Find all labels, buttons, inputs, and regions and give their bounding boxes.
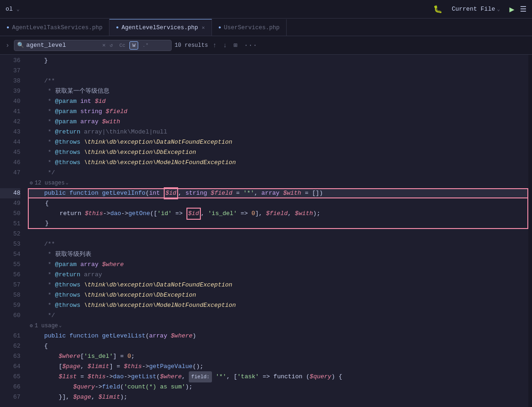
dotall-button[interactable]: .* xyxy=(140,42,151,49)
next-result-button[interactable]: ↓ xyxy=(221,41,229,50)
code-line-51: } xyxy=(28,219,528,229)
line-num-55: 55 xyxy=(0,260,20,270)
field-tooltip: field: xyxy=(189,371,212,382)
code-line-39: * 获取某一个等级信息 xyxy=(28,86,528,96)
line-num-54: 54 xyxy=(0,249,20,260)
tab-agent-level-services[interactable]: ● AgentLevelServices.php ✕ xyxy=(109,19,212,36)
tab-user-services[interactable]: ● UserServices.php xyxy=(212,19,287,36)
filter-button[interactable]: ⊞ xyxy=(231,40,239,50)
usages-count-61: 1 usage xyxy=(35,321,58,331)
line-num-64: 64 xyxy=(0,362,20,372)
line-num-62: 62 xyxy=(0,341,20,351)
debug-icon[interactable]: 🐛 xyxy=(433,5,442,14)
code-line-49: { xyxy=(28,198,528,209)
line-num-61: 61 xyxy=(0,331,20,341)
code-line-42: * @param array $with xyxy=(28,117,528,127)
scrollbar[interactable] xyxy=(528,55,532,407)
search-bar: › 🔍 ✕ ↺ Cc W .* 10 results ↑ ↓ ⊞ ··· xyxy=(0,36,532,55)
tab-label-3: UserServices.php xyxy=(224,25,280,31)
run-button[interactable]: ▶ xyxy=(509,4,514,14)
menu-label[interactable]: ol xyxy=(6,6,13,13)
code-line-44: * @throws \think\db\exception\DataNotFou… xyxy=(28,137,528,147)
code-line-41: * @param string $field xyxy=(28,107,528,117)
code-line-59: * @throws \think\db\exception\ModelNotFo… xyxy=(28,300,528,311)
current-file-button[interactable]: Current File ⌄ xyxy=(448,4,504,14)
usages-row-48[interactable]: ⚙ 12 usages ⌄ xyxy=(28,178,528,188)
chevron-down-icon: ⌄ xyxy=(497,6,500,12)
line-num-45: 45 xyxy=(0,147,20,158)
line-num-43: 43 xyxy=(0,127,20,137)
line-num-49: 49 xyxy=(0,198,20,209)
tab-icon-3: ● xyxy=(218,25,221,30)
code-line-66: $query->field('count(*) as sum'); xyxy=(28,382,528,392)
line-num-usages-61 xyxy=(0,321,20,331)
line-num-65: 65 xyxy=(0,372,20,382)
code-line-63: $where['is_del'] = 0; xyxy=(28,351,528,362)
code-line-46: * @throws \think\db\exception\ModelNotFo… xyxy=(28,158,528,168)
code-line-40: * @param int $id xyxy=(28,96,528,107)
code-line-61: public function getLevelList(array $wher… xyxy=(28,331,528,341)
code-line-52 xyxy=(28,229,528,239)
search-clear-button[interactable]: ✕ xyxy=(102,42,105,49)
code-line-50: return $this->dao->getOne(['id' => $id, … xyxy=(28,209,528,219)
line-num-66: 66 xyxy=(0,382,20,392)
search-input[interactable] xyxy=(26,42,100,49)
prev-result-button[interactable]: ↑ xyxy=(211,41,218,50)
code-line-38: /** xyxy=(28,76,528,86)
code-line-37 xyxy=(28,66,528,76)
code-line-56: * @return array xyxy=(28,270,528,280)
line-num-57: 57 xyxy=(0,280,20,290)
chevron-usages-icon: ⌄ xyxy=(65,178,68,188)
code-line-45: * @throws \think\db\exception\DbExceptio… xyxy=(28,147,528,158)
code-line-65: $list = $this->dao->getList($where, fiel… xyxy=(28,372,528,382)
more-options-button[interactable]: ··· xyxy=(242,40,259,51)
editor-area: 36 37 38 39 40 41 42 43 44 45 46 47 48 4… xyxy=(0,55,532,407)
tabs-bar: ● AgentLevelTaskServices.php ● AgentLeve… xyxy=(0,19,532,36)
line-num-41: 41 xyxy=(0,107,20,117)
code-line-57: * @throws \think\db\exception\DataNotFou… xyxy=(28,280,528,290)
usages-row-61[interactable]: ⚙ 1 usage ⌄ xyxy=(28,321,528,331)
line-num-60: 60 xyxy=(0,311,20,321)
usages-count-48: 12 usages xyxy=(35,178,65,188)
line-num-50: 50 xyxy=(0,209,20,219)
search-icon: 🔍 xyxy=(17,42,24,49)
line-numbers: 36 37 38 39 40 41 42 43 44 45 46 47 48 4… xyxy=(0,55,24,407)
code-line-58: * @throws \think\db\exception\DbExceptio… xyxy=(28,290,528,300)
line-num-46: 46 xyxy=(0,158,20,168)
tab-close-button[interactable]: ✕ xyxy=(202,25,205,31)
code-line-55: * @param array $where xyxy=(28,260,528,270)
hamburger-menu-icon[interactable]: ☰ xyxy=(520,5,526,14)
code-line-67: }], $page, $limit); xyxy=(28,392,528,402)
tab-icon-active: ● xyxy=(116,25,119,30)
line-num-63: 63 xyxy=(0,351,20,362)
chevron-usages-icon-61: ⌄ xyxy=(59,321,62,331)
chevron-menu-icon: ⌄ xyxy=(17,6,20,12)
results-count: 10 results xyxy=(174,42,208,49)
code-line-54: * 获取等级列表 xyxy=(28,249,528,260)
line-num-44: 44 xyxy=(0,137,20,147)
line-num-37: 37 xyxy=(0,66,20,76)
line-num-53: 53 xyxy=(0,239,20,249)
case-sensitive-button[interactable]: Cc xyxy=(117,42,128,49)
top-bar: ol ⌄ 🐛 Current File ⌄ ▶ ☰ xyxy=(0,0,532,19)
line-num-59: 59 xyxy=(0,300,20,311)
tab-agent-level-task-services[interactable]: ● AgentLevelTaskServices.php xyxy=(0,19,109,36)
line-num-36: 36 xyxy=(0,56,20,66)
line-num-47: 47 xyxy=(0,168,20,178)
tab-icon: ● xyxy=(6,25,9,30)
line-num-52: 52 xyxy=(0,229,20,239)
code-line-62: { xyxy=(28,341,528,351)
collapse-toggle[interactable]: › xyxy=(4,41,11,50)
code-line-60: */ xyxy=(28,311,528,321)
gear-icon-61: ⚙ xyxy=(30,321,33,331)
regex-toggle-button[interactable]: ↺ xyxy=(108,41,115,49)
gear-icon: ⚙ xyxy=(30,178,33,188)
code-line-48: public function getLevelInfo(int $id, st… xyxy=(28,188,528,198)
whole-word-button[interactable]: W xyxy=(129,41,138,50)
code-line-43: * @return array|\think\Model|null xyxy=(28,127,528,137)
code-line-53: /** xyxy=(28,239,528,249)
code-content[interactable]: } /** * 获取某一个等级信息 * @param int $id * @pa… xyxy=(24,55,528,407)
line-num-48: 48 xyxy=(0,188,20,198)
top-bar-left: ol ⌄ xyxy=(6,6,19,13)
top-bar-right: 🐛 Current File ⌄ ▶ ☰ xyxy=(433,4,526,14)
